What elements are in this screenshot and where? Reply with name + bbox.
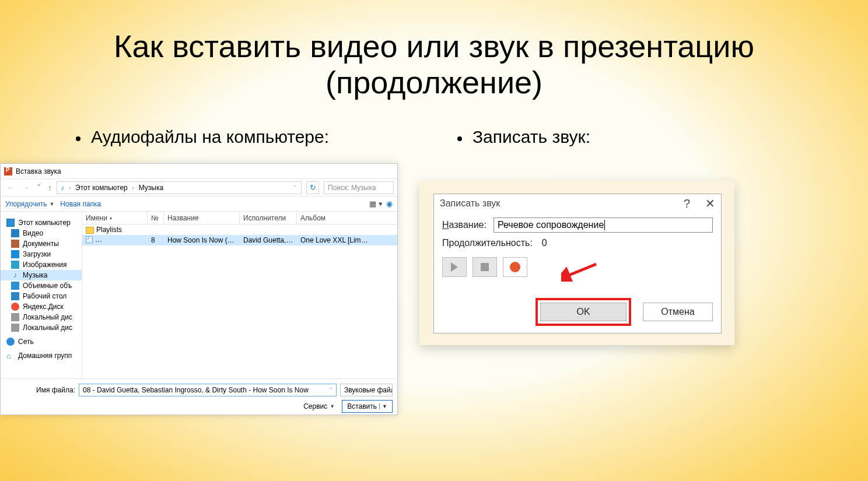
help-icon[interactable]: ? [684, 197, 690, 210]
doc-icon [11, 240, 19, 248]
nav-forward-icon[interactable]: → [19, 183, 32, 192]
3d-icon [11, 282, 19, 290]
ok-highlight: OK [536, 298, 631, 326]
chevron-down-icon[interactable]: ˅ [292, 185, 298, 191]
music-icon: ♪ [61, 184, 64, 192]
new-folder-button[interactable]: Новая папка [60, 200, 101, 208]
duration-label: Продолжительность: [442, 238, 533, 248]
img-icon [11, 261, 19, 269]
organize-button[interactable]: Упорядочить ▼ [5, 200, 54, 208]
stop-button[interactable] [473, 257, 497, 277]
duration-value: 0 [542, 238, 547, 248]
sidebar-item[interactable]: Документы [1, 238, 82, 249]
tools-menu[interactable]: Сервис ▼ [303, 402, 335, 410]
slide-title: Как вставить видео или звук в презентаци… [0, 0, 868, 100]
sidebar-item-label: Сеть [18, 338, 34, 346]
sidebar-item[interactable]: Сеть [1, 336, 82, 347]
svg-line-0 [565, 264, 596, 277]
sidebar-item-label: Музыка [23, 271, 47, 279]
desk-icon [11, 292, 19, 300]
sidebar-item[interactable]: Локальный дис [1, 312, 82, 322]
file-row[interactable]: Playlists [82, 224, 397, 235]
drive-icon [11, 324, 19, 332]
sidebar-item[interactable]: Рабочий стол [1, 291, 82, 301]
dialog-titlebar[interactable]: Вставка звука [1, 164, 397, 179]
sidebar-item-label: Объемные объ [23, 282, 72, 290]
audio-file-icon [86, 236, 93, 243]
nav-recent-icon[interactable]: ˅ [34, 183, 43, 192]
sidebar-item[interactable]: Объемные объ [1, 280, 82, 291]
annotation-arrow [561, 262, 602, 282]
address-bar[interactable]: ♪ › Этот компьютер › Музыка ˅ [57, 181, 302, 194]
insert-button[interactable]: Вставить ▼ [342, 400, 393, 413]
play-button[interactable] [442, 257, 467, 277]
folder-icon [86, 227, 94, 234]
dialog-title: Вставка звука [16, 167, 61, 175]
video-icon [11, 229, 19, 237]
record-sound-dialog: Записать звук ? ✕ Название: Речевое сопр… [433, 194, 722, 333]
record-icon [510, 262, 520, 272]
breadcrumb-folder[interactable]: Музыка [139, 184, 163, 192]
sidebar-item[interactable]: Изображения [1, 259, 82, 270]
sidebar-item-label: Изображения [23, 261, 66, 269]
file-row[interactable]: 08 - David Guetta, S...8How Soon Is Now … [82, 235, 397, 245]
sidebar-item-label: Документы [23, 240, 59, 248]
sidebar-item-label: Видео [23, 229, 43, 237]
music-icon: ♪ [11, 271, 19, 279]
sidebar-item-label: Локальный дис [23, 313, 72, 321]
yd-icon [11, 303, 19, 311]
name-label: Название: [442, 220, 487, 230]
sidebar-item[interactable]: Загрузки [1, 249, 82, 259]
sidebar-item[interactable]: ⌂Домашняя групп [1, 350, 82, 361]
search-input[interactable]: Поиск: Музыка [324, 181, 394, 194]
help-icon[interactable]: ◉ [386, 199, 393, 208]
sidebar-item-label: Домашняя групп [18, 352, 72, 360]
sidebar-item[interactable]: Этот компьютер [1, 217, 82, 228]
sidebar-item[interactable]: Локальный дис [1, 322, 82, 333]
folder-tree[interactable]: Этот компьютерВидеоДокументыЗагрузкиИзоб… [1, 212, 82, 378]
list-header[interactable]: Имени▴ № Название Исполнители Альбом [82, 212, 397, 224]
nav-back-icon[interactable]: ← [4, 183, 17, 192]
sidebar-item-label: Этот компьютер [18, 219, 71, 227]
record-sound-panel: Записать звук ? ✕ Название: Речевое сопр… [419, 181, 734, 345]
insert-audio-dialog: Вставка звука ← → ˅ ↑ ♪ › Этот компьютер… [0, 163, 398, 415]
powerpoint-icon [4, 167, 12, 175]
home-icon: ⌂ [6, 352, 15, 360]
nav-up-icon[interactable]: ↑ [46, 183, 54, 192]
sidebar-item-label: Яндекс.Диск [23, 303, 64, 311]
sidebar-item-label: Локальный дис [23, 324, 72, 332]
pc-icon [6, 219, 15, 227]
drive-icon [11, 313, 19, 321]
sidebar-item-label: Загрузки [23, 250, 51, 258]
breadcrumb-root[interactable]: Этот компьютер [75, 184, 128, 192]
bullet-right: Записать звук: [457, 127, 868, 147]
dialog-title: Записать звук [440, 198, 500, 209]
dl-icon [11, 250, 19, 258]
sidebar-item-label: Рабочий стол [23, 292, 66, 300]
name-input[interactable]: Речевое сопровождение [494, 217, 713, 233]
close-icon[interactable]: ✕ [705, 196, 715, 210]
bullet-left: Аудиофайлы на компьютере: [76, 127, 434, 147]
sidebar-item[interactable]: Яндекс.Диск [1, 301, 82, 312]
refresh-button[interactable]: ↻ [306, 181, 319, 194]
view-options-icon[interactable]: ▦ ▾ [369, 199, 383, 208]
filename-input[interactable]: 08 - David Guetta, Sebastian Ingrosso, &… [79, 384, 337, 396]
sidebar-item[interactable]: Видео [1, 228, 82, 238]
chevron-right-icon: › [131, 185, 135, 191]
net-icon [6, 338, 15, 346]
record-button[interactable] [503, 257, 527, 277]
play-icon [451, 262, 458, 272]
filename-label: Имя файла: [17, 386, 75, 394]
sidebar-item[interactable]: ♪Музыка [1, 270, 82, 280]
filetype-filter[interactable]: Звуковые файлы [340, 384, 393, 396]
cancel-button[interactable]: Отмена [643, 303, 713, 321]
stop-icon [481, 263, 489, 271]
chevron-right-icon: › [68, 185, 72, 191]
ok-button[interactable]: OK [540, 303, 626, 321]
